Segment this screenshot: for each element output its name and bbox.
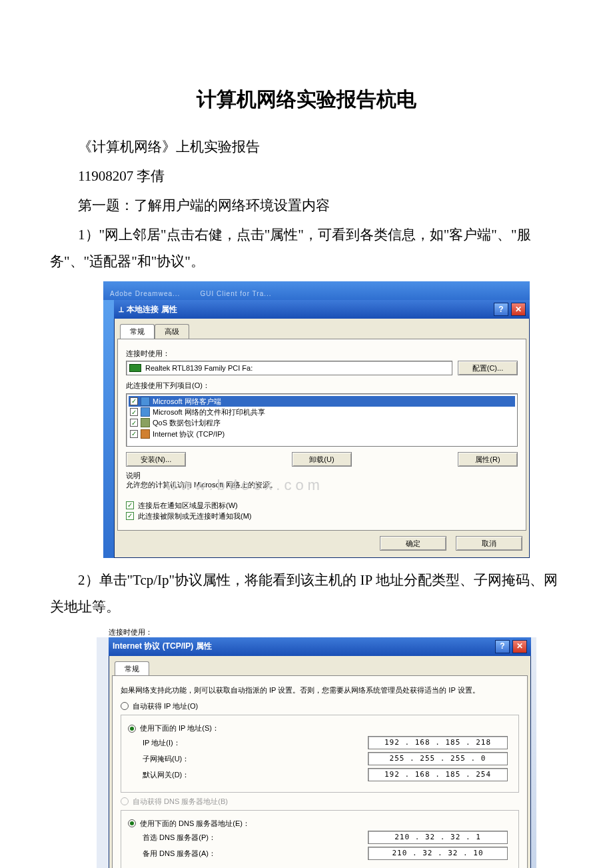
dns2-field[interactable]: 210 . 32 . 32 . 10	[368, 847, 508, 860]
dialog-titlebar: Internet 协议 (TCP/IP) 属性 ? ✕	[109, 637, 531, 656]
dns1-field[interactable]: 210 . 32 . 32 . 1	[368, 831, 508, 844]
mask-field[interactable]: 255 . 255 . 255 . 0	[368, 752, 508, 765]
client-icon	[141, 397, 150, 406]
behind-label: 连接时使用：	[97, 627, 536, 637]
tab-advanced[interactable]: 高级	[155, 324, 189, 338]
desktop-left-strip	[103, 300, 114, 558]
radio-label: 使用下面的 DNS 服务器地址(E)：	[140, 819, 250, 828]
list-item[interactable]: QoS 数据包计划程序	[129, 417, 515, 428]
adapter-name: Realtek RTL8139 Family PCI Fa:	[145, 363, 253, 373]
list-item-label: Microsoft 网络客户端	[153, 397, 221, 406]
list-item-label: Internet 协议 (TCP/IP)	[153, 429, 225, 439]
watermark-text: www.bdocx.com	[166, 476, 324, 495]
list-item-label: Microsoft 网络的文件和打印机共享	[153, 407, 265, 417]
radio-use-dns[interactable]: 使用下面的 DNS 服务器地址(E)：	[128, 819, 512, 828]
checkbox-icon[interactable]	[130, 430, 138, 438]
label-dns2: 备用 DNS 服务器(A)：	[143, 849, 216, 858]
desktop-taskbar-stub: Adobe Dreamwea... GUI Client for Tra...	[103, 281, 530, 300]
page-title: 计算机网络实验报告杭电	[50, 80, 563, 118]
label-gateway: 默认网关(D)：	[143, 770, 189, 779]
checkbox-notify[interactable]: 此连接被限制或无连接时通知我(M)	[126, 511, 518, 521]
window-edge-right	[531, 637, 536, 869]
checkbox-icon[interactable]	[130, 419, 138, 427]
list-item[interactable]: Microsoft 网络客户端	[129, 396, 515, 407]
label-mask: 子网掩码(U)：	[143, 754, 189, 763]
close-button[interactable]: ✕	[511, 303, 526, 316]
radio-icon[interactable]	[128, 819, 136, 827]
subtitle-line: 《计算机网络》上机实验报告	[50, 134, 563, 161]
cancel-button[interactable]: 取消	[456, 536, 522, 551]
gateway-field[interactable]: 192 . 168 . 185 . 254	[368, 768, 508, 781]
checkbox-icon[interactable]	[130, 397, 138, 405]
taskbar-stub-2: GUI Client for Tra...	[200, 289, 271, 298]
radio-icon[interactable]	[128, 725, 136, 733]
help-button[interactable]: ?	[494, 303, 508, 316]
checkbox-icon[interactable]	[126, 501, 134, 509]
dialog-title: Internet 协议 (TCP/IP) 属性	[113, 641, 212, 652]
nic-icon	[129, 364, 141, 372]
configure-button[interactable]: 配置(C)...	[458, 361, 518, 375]
radio-icon	[121, 797, 129, 805]
taskbar-stub-1: Adobe Dreamwea...	[110, 289, 180, 298]
service-icon	[141, 407, 150, 417]
q1-step1: 1）"网上邻居"点击右健，点击"属性"，可看到各类信息，如"客户端"、"服务"、…	[50, 222, 563, 275]
label-dns1: 首选 DNS 服务器(P)：	[143, 833, 216, 842]
radio-icon[interactable]	[121, 702, 129, 710]
list-item[interactable]: Internet 协议 (TCP/IP)	[129, 429, 515, 439]
radio-label: 自动获得 DNS 服务器地址(B)	[133, 797, 228, 806]
items-listbox[interactable]: Microsoft 网络客户端 Microsoft 网络的文件和打印机共享 Qo…	[126, 393, 518, 447]
uninstall-button[interactable]: 卸载(U)	[292, 452, 352, 467]
label-items: 此连接使用下列项目(O)：	[126, 381, 518, 390]
radio-label: 自动获得 IP 地址(O)	[133, 701, 198, 711]
tab-general[interactable]: 常规	[115, 661, 149, 675]
properties-button[interactable]: 属性(R)	[458, 452, 518, 467]
dialog-titlebar: ⊥ 本地连接 属性 ? ✕	[114, 300, 530, 319]
dialog-title: 本地连接 属性	[127, 305, 177, 314]
window-edge-left: 文 命 看 改	[97, 637, 109, 869]
q1-heading: 第一题：了解用户端的网络环境设置内容	[50, 193, 563, 219]
dialog-tcpip-properties: 连接时使用： 文 命 看 改 Internet 协议 (TCP/IP) 属性 ?…	[97, 627, 536, 868]
q1-step2: 2）单击"Tcp/Ip"协议属性，将能看到该主机的 IP 地址分配类型、子网掩码…	[50, 567, 563, 621]
checkbox-icon[interactable]	[126, 512, 134, 520]
checkbox-label: 连接后在通知区域显示图标(W)	[138, 501, 238, 510]
checkbox-icon[interactable]	[130, 408, 138, 416]
list-item-label: QoS 数据包计划程序	[153, 418, 221, 427]
dialog-local-connection: Adobe Dreamwea... GUI Client for Tra... …	[103, 281, 530, 558]
radio-auto-dns: 自动获得 DNS 服务器地址(B)	[121, 797, 519, 806]
label-connect-using: 连接时使用：	[126, 349, 518, 358]
ok-button[interactable]: 确定	[380, 536, 446, 551]
radio-label: 使用下面的 IP 地址(S)：	[140, 723, 219, 733]
tcpip-icon	[141, 429, 150, 439]
author-line: 11908207 李倩	[50, 163, 563, 190]
ip-field[interactable]: 192 . 168 . 185 . 218	[368, 736, 508, 749]
install-button[interactable]: 安装(N)...	[126, 452, 186, 467]
radio-use-ip[interactable]: 使用下面的 IP 地址(S)：	[128, 723, 512, 733]
hint-text: 如果网络支持此功能，则可以获取自动指派的 IP 设置。否则，您需要从网络系统管理…	[121, 685, 519, 695]
radio-auto-ip[interactable]: 自动获得 IP 地址(O)	[121, 701, 519, 711]
checkbox-label: 此连接被限制或无连接时通知我(M)	[138, 511, 252, 521]
checkbox-show-icon[interactable]: 连接后在通知区域显示图标(W)	[126, 501, 518, 510]
tab-general[interactable]: 常规	[120, 324, 155, 338]
help-button[interactable]: ?	[495, 640, 510, 653]
close-button[interactable]: ✕	[512, 640, 527, 653]
list-item[interactable]: Microsoft 网络的文件和打印机共享	[129, 407, 515, 417]
label-ip: IP 地址(I)：	[143, 738, 181, 747]
qos-icon	[141, 418, 150, 427]
